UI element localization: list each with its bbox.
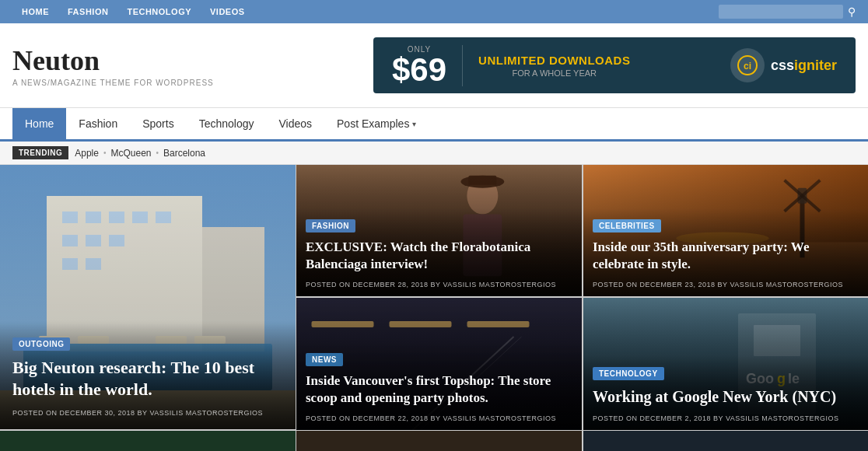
main-navigation: Home Fashion Sports Technology Videos Po… <box>0 108 868 142</box>
top-nav-home[interactable]: HOME <box>12 0 58 23</box>
article-card-fashion[interactable]: FASHION EXCLUSIVE: Watch the Florabotani… <box>296 165 582 297</box>
article-card-tech[interactable]: Goo g le TECHNOLOGY Working at Google Ne… <box>583 298 868 430</box>
top-nav-technology[interactable]: TECHNOLOGY <box>117 0 201 23</box>
nav-sports[interactable]: Sports <box>130 108 186 139</box>
article-card-celeb[interactable]: CELEBRITIES Inside our 35th anniversary … <box>583 165 868 297</box>
top-search-area: ⚲ <box>719 5 856 19</box>
site-logo: Neuton <box>12 44 214 77</box>
cssigniter-text: cssigniter <box>771 58 837 74</box>
trending-separator-1: • <box>103 149 107 157</box>
logo-area: Neuton A NEWS/MAGAZINE THEME FOR WORDPRE… <box>12 44 214 87</box>
article-overlay: OUTGOING Big Neuton research: The 10 bes… <box>0 320 296 429</box>
tech-badge: TECHNOLOGY <box>593 367 664 380</box>
article-badge: OUTGOING <box>12 337 70 351</box>
svg-rect-56 <box>296 431 582 451</box>
advertisement-banner[interactable]: ONLY $69 UNLIMITED DOWNLOADS FOR A WHOLE… <box>373 37 856 93</box>
nav-technology[interactable]: Technology <box>187 108 267 139</box>
celeb-title: Inside our 35th anniversary party: We ce… <box>593 239 859 273</box>
nav-home[interactable]: Home <box>12 108 66 139</box>
search-input[interactable] <box>719 5 843 19</box>
news-meta: POSTED ON DECEMBER 22, 2018 BY VASSILIS … <box>306 414 572 422</box>
news-title: Inside Vancouver's first Topshop: The st… <box>306 372 572 407</box>
article-title: Big Neuton research: The 10 best hotels … <box>12 357 283 401</box>
logo-tagline: A NEWS/MAGAZINE THEME FOR WORDPRESS <box>12 79 214 87</box>
svg-rect-54 <box>0 431 296 451</box>
trending-separator-2: • <box>156 149 159 157</box>
search-button[interactable]: ⚲ <box>848 5 856 18</box>
trending-item-barcelona[interactable]: Barcelona <box>163 148 205 159</box>
tech-meta: POSTED ON DECEMBER 2, 2018 BY VASSILIS M… <box>593 414 859 422</box>
top-nav-videos[interactable]: VIDEOS <box>201 0 254 23</box>
news-badge: NEWS <box>306 353 343 366</box>
svg-text:ci: ci <box>744 61 751 72</box>
trending-bar: TRENDING Apple • McQueen • Barcelona <box>0 142 868 165</box>
banner-price: $69 <box>392 54 446 86</box>
banner-price-area: ONLY $69 <box>392 45 463 86</box>
post-examples-label: Post Examples <box>337 117 409 130</box>
svg-rect-58 <box>583 431 868 451</box>
article-card-video[interactable]: VIDEOS VIDEOS <box>583 431 868 451</box>
banner-unlimited-text: UNLIMITED DOWNLOADS <box>478 54 630 67</box>
article-image-science <box>0 431 296 451</box>
fashion-badge: FASHION <box>306 219 355 232</box>
trending-links: Apple • McQueen • Barcelona <box>75 148 205 159</box>
article-meta: POSTED ON DECEMBER 30, 2018 BY VASSILIS … <box>12 409 283 417</box>
fashion-title: EXCLUSIVE: Watch the Florabotanica Balen… <box>306 239 572 273</box>
site-header: Neuton A NEWS/MAGAZINE THEME FOR WORDPRE… <box>0 23 868 108</box>
nav-fashion[interactable]: Fashion <box>66 108 130 139</box>
cssigniter-icon: ci <box>730 48 765 82</box>
nav-videos[interactable]: Videos <box>266 108 324 139</box>
article-overlay-tech: TECHNOLOGY Working at Google New York (N… <box>583 356 868 430</box>
article-image-video <box>583 431 868 451</box>
celeb-meta: POSTED ON DECEMBER 23, 2018 BY VASSILIS … <box>593 281 859 288</box>
tech-title: Working at Google New York (NYC) <box>593 386 859 407</box>
content-grid: OUTGOING Big Neuton research: The 10 bes… <box>0 165 868 430</box>
top-navigation: HOME FASHION TECHNOLOGY VIDEOS <box>12 0 254 23</box>
celeb-badge: CELEBRITIES <box>593 219 661 232</box>
chevron-down-icon: ▾ <box>412 120 416 128</box>
trending-item-mcqueen[interactable]: McQueen <box>110 148 151 159</box>
article-card-big[interactable]: OUTGOING Big Neuton research: The 10 bes… <box>0 165 296 429</box>
trending-label: TRENDING <box>12 146 68 159</box>
trending-item-apple[interactable]: Apple <box>75 148 99 159</box>
article-card-news[interactable]: NEWS Inside Vancouver's first Topshop: T… <box>296 298 582 430</box>
bottom-row: SCIENCE TECHNOLOGY VIDEOS VIDEOS <box>0 430 868 451</box>
nav-post-examples[interactable]: Post Examples ▾ <box>324 108 429 139</box>
article-overlay-news: NEWS Inside Vancouver's first Topshop: T… <box>296 342 582 430</box>
article-image-tech2 <box>296 431 582 451</box>
article-card-science[interactable]: SCIENCE <box>0 431 296 451</box>
banner-description: UNLIMITED DOWNLOADS FOR A WHOLE YEAR <box>478 54 630 78</box>
fashion-meta: POSTED ON DECEMBER 28, 2018 BY VASSILIS … <box>306 281 572 288</box>
article-card-tech2[interactable]: TECHNOLOGY <box>296 431 582 451</box>
article-overlay-celeb: CELEBRITIES Inside our 35th anniversary … <box>583 208 868 296</box>
top-bar: HOME FASHION TECHNOLOGY VIDEOS ⚲ <box>0 0 868 23</box>
banner-year-text: FOR A WHOLE YEAR <box>478 68 630 78</box>
top-nav-fashion[interactable]: FASHION <box>58 0 117 23</box>
banner-brand-logo: ci cssigniter <box>730 48 837 82</box>
article-overlay-fashion: FASHION EXCLUSIVE: Watch the Florabotani… <box>296 208 582 296</box>
